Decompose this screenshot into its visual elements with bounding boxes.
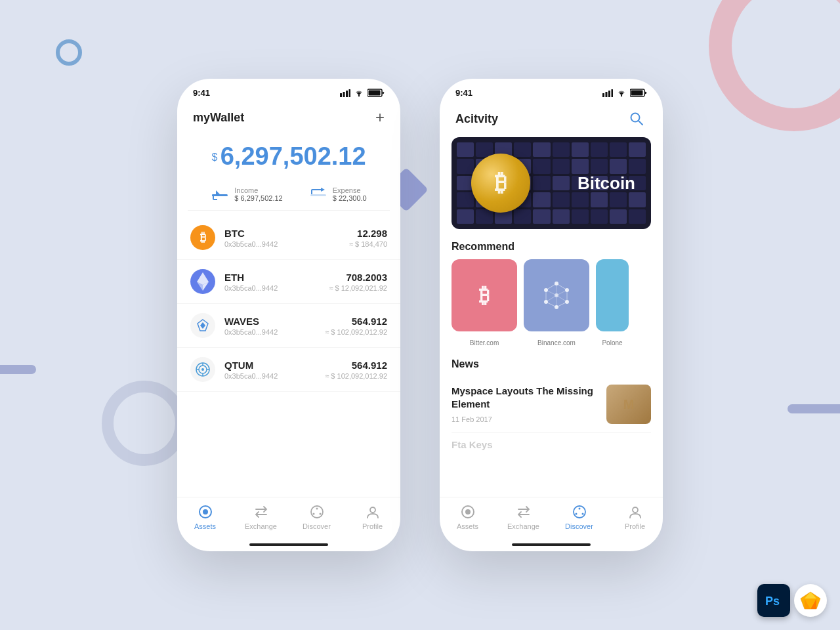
time-2: 9:41 [455,88,472,98]
expense-label: Expense [333,186,367,194]
nav-label-profile-2: Profile [625,522,645,530]
assets-nav-icon-2 [461,505,475,519]
income-value: $ 6,297,502.12 [234,194,282,202]
svg-point-12 [201,368,204,371]
svg-point-22 [319,513,321,515]
svg-line-43 [546,302,556,307]
recommend-card-wrapper-polone[interactable]: Polone [596,259,629,346]
crypto-list: ₿ BTC 0x3b5ca0...9442 12.298 ≈ $ 184,470 [177,213,400,497]
news-date-1: 11 Feb 2017 [452,415,598,423]
crypto-symbol: BTC [224,228,349,239]
search-icon [629,112,644,126]
nav-label-exchange-2: Exchange [507,522,539,530]
discover-nav-icon [310,505,324,519]
news-section: Myspace Layouts The Missing Element 11 F… [440,377,663,457]
svg-point-18 [203,509,208,514]
nav-item-discover[interactable]: Discover [297,504,337,530]
news-content-2: Fta Keys [452,439,651,450]
network-icon [539,278,574,312]
svg-point-21 [312,513,314,515]
recommend-card-polone [596,259,629,331]
waves-logo [196,318,210,333]
binance-label: Binance.com [537,335,576,346]
bg-decoration-bar-right [788,404,840,413]
balance-section: $ 6,297,502.12 [177,132,400,184]
svg-point-23 [370,507,375,513]
profile-nav-icon-2 [628,505,642,519]
news-item-1[interactable]: Myspace Layouts The Missing Element 11 F… [452,377,651,432]
signal-icon [340,89,350,97]
nav-label-profile-1: Profile [362,522,383,530]
svg-rect-9 [310,194,326,196]
news-content-1: Myspace Layouts The Missing Element 11 F… [452,385,606,423]
btc-icon: ₿ [190,225,215,250]
nav-item-assets-2[interactable]: Assets [448,504,488,530]
crypto-address: 0x3b5ca0...9442 [224,284,329,292]
crypto-amount: 708.2003 [329,272,387,283]
svg-point-58 [633,507,638,513]
svg-line-48 [556,295,567,302]
crypto-amount: 564.912 [325,360,387,371]
exchange-icon [253,504,269,520]
bg-decoration-circle [56,39,82,66]
nav-label-discover-2: Discover [565,522,593,530]
assets-nav-icon [198,505,213,519]
recommend-card-wrapper-bitter[interactable]: ₿ Bitter.com [452,259,517,346]
svg-line-51 [546,290,556,295]
sketch-logo [799,591,822,610]
home-indicator-2 [440,543,663,551]
nav-item-profile-2[interactable]: Profile [616,504,655,530]
recommend-card-wrapper-binance[interactable]: Binance.com [524,259,589,346]
svg-rect-25 [606,92,608,97]
crypto-values-qtum: 564.912 ≈ $ 102,092,012.92 [325,360,387,380]
crypto-usd: ≈ $ 102,092,012.92 [325,372,387,380]
nav-label-assets-2: Assets [457,522,478,530]
nav-item-profile[interactable]: Profile [353,504,392,530]
crypto-usd: ≈ $ 12,092,021.92 [329,284,387,292]
svg-rect-3 [349,89,351,97]
list-item[interactable]: WAVES 0x3b5ca0...9442 564.912 ≈ $ 102,09… [177,304,400,348]
qtum-logo [195,362,211,377]
discover-icon [309,504,325,520]
list-item[interactable]: QTUM 0x3b5ca0...9442 564.912 ≈ $ 102,092… [177,348,400,392]
assets-icon [198,504,213,520]
exchange-nav-icon [254,505,268,519]
news-item-2[interactable]: Fta Keys [452,432,651,457]
svg-line-45 [546,284,556,290]
activity-title: Acitvity [455,112,498,126]
svg-rect-27 [612,89,614,97]
svg-rect-2 [346,91,348,97]
svg-line-47 [556,290,567,295]
nav-item-discover-2[interactable]: Discover [560,504,599,530]
battery-icon-2 [630,89,647,97]
crypto-symbol: WAVES [224,316,325,327]
nav-item-assets[interactable]: Assets [186,504,225,530]
svg-line-42 [556,302,567,307]
crypto-symbol: ETH [224,272,329,283]
battery-icon [368,89,385,97]
news-title-2: Fta Keys [452,439,643,450]
crypto-values-btc: 12.298 ≈ $ 184,470 [349,228,387,248]
assets-icon-2 [460,504,476,520]
add-button[interactable]: + [375,108,385,127]
expense-icon [309,187,327,201]
eth-logo [197,272,209,291]
profile-icon-2 [627,504,643,520]
crypto-address: 0x3b5ca0...9442 [224,372,325,380]
discover-icon-2 [572,504,587,520]
svg-point-57 [581,513,583,515]
waves-icon [190,313,215,338]
nav-item-exchange[interactable]: Exchange [242,504,281,530]
photoshop-icon: Ps [757,584,790,617]
list-item[interactable]: ₿ BTC 0x3b5ca0...9442 12.298 ≈ $ 184,470 [177,216,400,260]
crypto-symbol: QTUM [224,360,325,371]
polone-label: Polone [602,335,622,346]
nav-label-assets: Assets [194,522,216,530]
recommend-card-bitter: ₿ [452,259,517,331]
exchange-icon-2 [516,504,532,520]
search-button[interactable] [626,108,647,129]
balance-display: $ 6,297,502.12 [193,142,385,171]
nav-item-exchange-2[interactable]: Exchange [504,504,543,530]
crypto-info-btc: BTC 0x3b5ca0...9442 [224,228,349,248]
list-item[interactable]: ETH 0x3b5ca0...9442 708.2003 ≈ $ 12,092,… [177,260,400,304]
